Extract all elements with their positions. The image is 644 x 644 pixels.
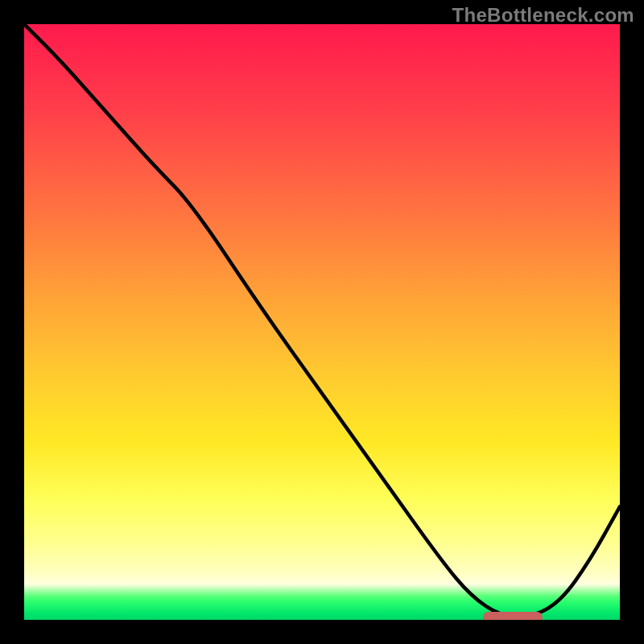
watermark-text: TheBottleneck.com [452, 4, 634, 27]
plot-area [24, 24, 620, 620]
curve-path [24, 24, 620, 617]
chart-frame: TheBottleneck.com [0, 0, 644, 644]
optimal-range-marker [483, 612, 543, 620]
bottleneck-curve [24, 24, 620, 620]
